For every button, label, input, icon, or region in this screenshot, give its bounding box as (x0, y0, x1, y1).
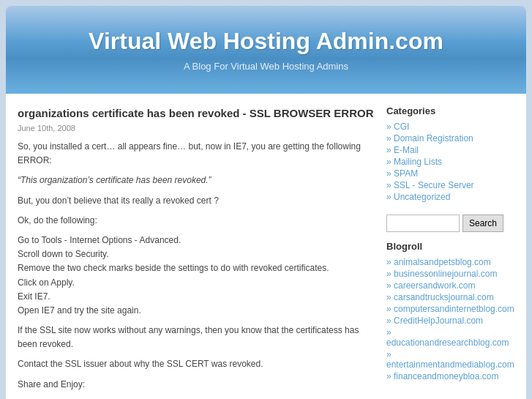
blogroll-item[interactable]: computersandinternetblog.com (386, 303, 514, 315)
categories-section: Categories CGIDomain RegistrationE-MailM… (386, 105, 514, 203)
blogroll-link[interactable]: entertainmentandmediablog.com (386, 359, 514, 370)
category-link[interactable]: SSL - Secure Server (394, 180, 474, 190)
blogroll-item[interactable]: businessonlinejournal.com (386, 268, 514, 280)
blogroll-item[interactable]: careersandwork.com (386, 280, 514, 291)
blogroll-item[interactable]: animalsandpetsblog.com (386, 256, 514, 268)
page-wrapper: Virtual Web Hosting Admin.com A Blog For… (0, 6, 532, 399)
post-paragraph-5: Go to Tools - Internet Options - Advance… (18, 234, 375, 318)
category-link[interactable]: SPAM (394, 168, 418, 179)
post-paragraph-2: “This organization’s certificate has bee… (18, 174, 375, 187)
blogroll-list: animalsandpetsblog.combusinessonlinejour… (386, 256, 514, 382)
site-subtitle: A Blog For Virtual Web Hosting Admins (20, 61, 512, 72)
category-link[interactable]: E-Mail (394, 145, 419, 155)
category-item[interactable]: E-Mail (386, 144, 514, 156)
blogroll-link[interactable]: financeandmoneybloa.com (394, 371, 498, 381)
category-item[interactable]: Domain Registration (386, 133, 514, 144)
category-item[interactable]: SSL - Secure Server (386, 179, 514, 191)
content-wrap: organizations certificate has been revok… (6, 94, 526, 399)
blogroll-link[interactable]: educationandresearchblog.com (386, 338, 509, 348)
search-input[interactable] (386, 215, 460, 232)
category-item[interactable]: Mailing Lists (386, 156, 514, 168)
blogroll-section: Blogroll animalsandpetsblog.combusinesso… (386, 241, 514, 382)
category-link[interactable]: CGI (394, 122, 409, 132)
post-paragraph-4: Ok, do the following: (18, 214, 375, 228)
blogroll-link[interactable]: carsandtrucksjournal.com (394, 292, 494, 302)
blogroll-link[interactable]: CreditHelpJournal.com (394, 316, 483, 326)
post-paragraph-7: Contact the SSL issuer about why the SSL… (18, 357, 375, 371)
blogroll-item[interactable]: CreditHelpJournal.com (386, 315, 514, 327)
post-paragraph-1: So, you installed a cert… all appears fi… (18, 140, 375, 168)
search-box: Search (386, 215, 514, 232)
post-title: organizations certificate has been revok… (18, 105, 375, 121)
blogroll-link[interactable]: businessonlinejournal.com (394, 269, 497, 279)
post-paragraph-8: Share and Enjoy: (18, 378, 375, 392)
blogroll-link[interactable]: animalsandpetsblog.com (394, 257, 491, 267)
category-link[interactable]: Uncategorized (394, 192, 450, 202)
blogroll-title: Blogroll (386, 241, 514, 252)
category-item[interactable]: Uncategorized (386, 191, 514, 203)
category-item[interactable]: CGI (386, 121, 514, 133)
category-link[interactable]: Mailing Lists (394, 157, 442, 167)
blogroll-item[interactable]: entertainmentandmediablog.com (386, 348, 514, 370)
post-body: So, you installed a cert… all appears fi… (18, 140, 375, 392)
blogroll-item[interactable]: carsandtrucksjournal.com (386, 291, 514, 303)
main-content: organizations certificate has been revok… (18, 105, 375, 398)
post-date: June 10th, 2008 (18, 124, 375, 133)
search-button[interactable]: Search (462, 215, 503, 232)
site-header: Virtual Web Hosting Admin.com A Blog For… (6, 6, 526, 94)
post-paragraph-6: If the SSL site now works without any wa… (18, 324, 375, 351)
post-paragraph-3: But, you don’t believe that its really a… (18, 194, 375, 208)
categories-list: CGIDomain RegistrationE-MailMailing List… (386, 121, 514, 203)
blogroll-link[interactable]: careersandwork.com (394, 280, 475, 291)
sidebar: Categories CGIDomain RegistrationE-MailM… (386, 105, 514, 398)
category-link[interactable]: Domain Registration (394, 133, 473, 143)
blogroll-link[interactable]: computersandinternetblog.com (394, 304, 514, 314)
blogroll-item[interactable]: educationandresearchblog.com (386, 327, 514, 348)
site-title: Virtual Web Hosting Admin.com (20, 28, 512, 55)
blogroll-item[interactable]: financeandmoneybloa.com (386, 370, 514, 382)
category-item[interactable]: SPAM (386, 168, 514, 179)
categories-title: Categories (386, 105, 514, 116)
